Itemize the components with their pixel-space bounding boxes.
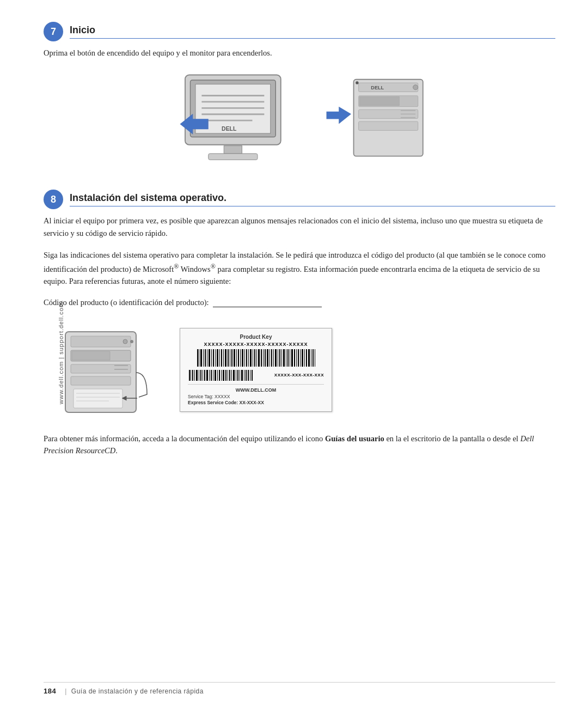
- main-content: 7 Inicio Oprima el botón de encendido de…: [44, 22, 555, 673]
- svg-rect-43: [200, 349, 202, 367]
- svg-rect-53: [221, 349, 222, 367]
- svg-rect-95: [308, 349, 310, 367]
- svg-rect-75: [267, 349, 268, 367]
- monitor-svg: DELL: [166, 70, 308, 173]
- svg-rect-50: [215, 349, 216, 367]
- svg-rect-49: [213, 349, 214, 367]
- svg-rect-130: [252, 370, 253, 381]
- svg-rect-109: [209, 370, 210, 381]
- product-line-label: Código del producto (o identificación de…: [44, 298, 209, 307]
- svg-rect-119: [229, 370, 230, 381]
- svg-point-23: [356, 82, 358, 84]
- computer-box-svg: [44, 321, 163, 419]
- svg-rect-17: [359, 97, 399, 106]
- svg-rect-93: [304, 349, 305, 367]
- svg-rect-13: [359, 83, 418, 92]
- product-line: Código del producto (o identificación de…: [44, 297, 555, 307]
- svg-rect-94: [306, 349, 307, 367]
- svg-rect-116: [223, 370, 224, 381]
- pk-small-serial: XXXXX-XXX-XXX-XXX: [274, 373, 324, 378]
- svg-rect-126: [244, 370, 244, 381]
- svg-rect-101: [192, 370, 193, 381]
- svg-rect-78: [273, 349, 274, 367]
- svg-rect-72: [261, 349, 262, 367]
- svg-rect-70: [256, 349, 257, 367]
- svg-rect-100: [191, 370, 191, 381]
- pk-title: Product Key: [188, 334, 324, 340]
- svg-rect-117: [225, 370, 226, 381]
- svg-rect-60: [236, 349, 237, 367]
- step8-para3-text1: Para obtener más información, acceda a l…: [44, 434, 325, 443]
- svg-rect-64: [244, 349, 245, 367]
- pk-service-tag: Service Tag: XXXXX: [188, 394, 324, 399]
- svg-rect-77: [271, 349, 272, 367]
- svg-rect-46: [207, 349, 207, 367]
- pk-barcode-large: // Generate barcode-like pattern: [188, 349, 324, 367]
- step8-para3-mid: en la el escritorio de la pantalla o des…: [384, 434, 520, 443]
- svg-rect-111: [213, 370, 213, 381]
- svg-rect-84: [286, 349, 286, 367]
- svg-rect-104: [199, 370, 199, 381]
- svg-rect-90: [298, 349, 299, 367]
- svg-rect-80: [278, 349, 278, 367]
- svg-rect-112: [215, 370, 216, 381]
- svg-rect-96: [311, 349, 311, 367]
- pk-divider: [188, 384, 324, 385]
- step8-guias-bold: Guías del usuario: [325, 434, 384, 443]
- svg-rect-86: [290, 349, 290, 367]
- svg-rect-88: [294, 349, 295, 367]
- svg-rect-128: [248, 370, 249, 381]
- svg-marker-24: [327, 107, 351, 124]
- svg-rect-35: [74, 389, 122, 408]
- svg-rect-56: [228, 349, 229, 367]
- svg-rect-71: [258, 349, 260, 367]
- svg-rect-62: [240, 349, 241, 367]
- svg-rect-42: [199, 349, 199, 367]
- svg-rect-99: [189, 370, 190, 381]
- svg-rect-98: [315, 349, 315, 367]
- step8-windows: Windows: [179, 265, 210, 273]
- svg-rect-97: [313, 349, 314, 367]
- svg-rect-113: [217, 370, 218, 381]
- svg-rect-123: [237, 370, 238, 381]
- svg-rect-30: [72, 351, 110, 360]
- svg-rect-44: [203, 349, 204, 367]
- svg-rect-52: [219, 349, 220, 367]
- svg-rect-65: [246, 349, 247, 367]
- svg-rect-48: [211, 349, 212, 367]
- pk-barcode-small-row: XXXXX-XXX-XXX-XXX: [188, 370, 324, 381]
- page-footer: 184 | Guía de instalación y de referenci…: [44, 682, 555, 695]
- svg-rect-19: [359, 121, 418, 130]
- product-line-blank: [213, 297, 322, 307]
- svg-rect-61: [238, 349, 239, 367]
- svg-text:DELL: DELL: [222, 126, 237, 132]
- svg-rect-9: [224, 146, 242, 154]
- svg-rect-69: [254, 349, 255, 367]
- step8-section: 8 Instalación del sistema operativo. Al …: [44, 190, 555, 457]
- svg-rect-63: [242, 349, 243, 367]
- pk-url: WWW.DELL.COM: [188, 387, 324, 393]
- svg-rect-10: [209, 154, 258, 160]
- footer-guide-text: Guía de instalación y de referencia rápi…: [71, 687, 204, 695]
- svg-rect-47: [209, 349, 210, 367]
- svg-rect-74: [265, 349, 266, 367]
- svg-point-15: [413, 85, 418, 90]
- pk-express-service: Express Service Code: XX-XXX-XX: [188, 400, 324, 405]
- svg-rect-110: [211, 370, 212, 381]
- svg-rect-108: [206, 370, 208, 381]
- svg-rect-118: [228, 370, 228, 381]
- svg-rect-45: [205, 349, 206, 367]
- step8-badge: 8: [44, 190, 63, 209]
- product-key-box: Product Key XXXXX-XXXXX-XXXXX-XXXXX-XXXX…: [180, 328, 332, 412]
- svg-rect-124: [240, 370, 240, 381]
- svg-rect-55: [225, 349, 226, 367]
- step8-title: Instalación del sistema operativo.: [70, 192, 555, 206]
- svg-rect-115: [221, 370, 222, 381]
- step8-para2: Siga las indicaciones del sistema operat…: [44, 249, 555, 287]
- svg-rect-83: [283, 349, 285, 367]
- step7-badge: 7: [44, 22, 63, 41]
- svg-rect-120: [231, 370, 232, 381]
- step7-illustration: DELL DELL: [44, 70, 555, 173]
- svg-rect-76: [270, 349, 270, 367]
- svg-rect-58: [231, 349, 232, 367]
